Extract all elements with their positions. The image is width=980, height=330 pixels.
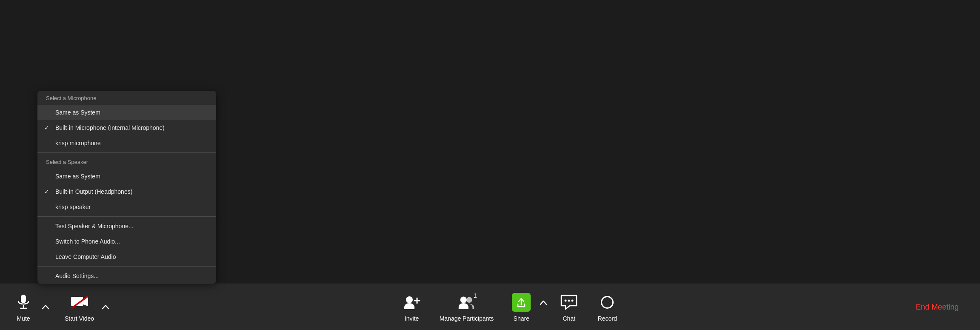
chat-button[interactable]: Chat (550, 289, 588, 325)
end-meeting-button[interactable]: End Meeting (907, 298, 967, 317)
svg-point-5 (406, 296, 413, 303)
microphone-same-as-system[interactable]: Same as System (37, 105, 216, 120)
invite-label: Invite (405, 315, 419, 322)
microphone-krisp[interactable]: krisp microphone (37, 135, 216, 151)
mute-chevron-icon (42, 304, 49, 310)
toolbar-right: End Meeting (907, 298, 980, 317)
leave-computer-audio-label: Leave Computer Audio (55, 253, 116, 260)
switch-to-phone-audio[interactable]: Switch to Phone Audio... (37, 234, 216, 249)
manage-participants-icon-area: 1 (456, 292, 477, 313)
share-chevron-icon (540, 300, 547, 305)
invite-icon-area (402, 292, 422, 313)
speaker-same-as-system[interactable]: Same as System (37, 169, 216, 184)
manage-participants-button[interactable]: 1 Manage Participants (431, 289, 503, 325)
speaker-krisp[interactable]: krisp speaker (37, 199, 216, 215)
start-video-label: Start Video (65, 315, 94, 322)
chat-label: Chat (563, 315, 575, 322)
speaker-krisp-label: krisp speaker (55, 204, 91, 210)
share-icon-bg (512, 293, 531, 312)
svg-point-8 (460, 297, 467, 303)
svg-point-9 (466, 297, 472, 303)
record-label: Record (598, 315, 617, 322)
divider-mic-speaker (37, 152, 216, 153)
divider-actions-settings (37, 266, 216, 267)
share-button[interactable]: Share (502, 289, 540, 325)
toolbar-center: Invite 1 Manage Participants (112, 289, 907, 325)
leave-computer-audio[interactable]: Leave Computer Audio (37, 249, 216, 264)
speaker-same-as-system-label: Same as System (55, 173, 100, 180)
svg-point-12 (568, 300, 570, 302)
svg-point-13 (571, 300, 574, 302)
speaker-builtin-label: Built-in Output (Headphones) (55, 188, 132, 195)
microphone-builtin-label: Built-in Microphone (Internal Microphone… (55, 124, 165, 131)
start-video-button[interactable]: Start Video (56, 289, 103, 325)
participant-count-badge: 1 (474, 292, 477, 299)
microphone-same-as-system-label: Same as System (55, 109, 100, 116)
svg-point-11 (565, 300, 567, 302)
divider-speaker-actions (37, 216, 216, 217)
record-circle-icon (601, 296, 614, 309)
test-speaker-microphone-label: Test Speaker & Microphone... (55, 223, 134, 230)
svg-rect-0 (21, 295, 26, 303)
audio-dropdown-menu: Select a Microphone Same as System ✓ Bui… (37, 91, 216, 284)
start-video-icon-area (69, 292, 90, 313)
invite-icon (403, 294, 421, 311)
toolbar-left: Mute Start Video (0, 289, 112, 325)
microphone-krisp-label: krisp microphone (55, 140, 101, 146)
test-speaker-microphone[interactable]: Test Speaker & Microphone... (37, 218, 216, 234)
switch-to-phone-audio-label: Switch to Phone Audio... (55, 238, 120, 245)
speaker-builtin[interactable]: ✓ Built-in Output (Headphones) (37, 184, 216, 199)
record-icon-area (597, 292, 617, 313)
mute-label: Mute (17, 315, 30, 322)
share-icon-area (511, 292, 531, 313)
microphone-section-header: Select a Microphone (37, 91, 216, 105)
invite-button[interactable]: Invite (393, 289, 431, 325)
microphone-builtin-check: ✓ (44, 124, 49, 131)
manage-participants-label: Manage Participants (440, 315, 494, 322)
mute-button[interactable]: Mute (4, 289, 43, 325)
speaker-builtin-check: ✓ (44, 188, 49, 195)
mute-icon-area (13, 292, 34, 313)
microphone-builtin[interactable]: ✓ Built-in Microphone (Internal Micropho… (37, 120, 216, 135)
share-label: Share (514, 315, 529, 322)
toolbar: Mute Start Video (0, 284, 980, 330)
record-button[interactable]: Record (588, 289, 626, 325)
audio-settings[interactable]: Audio Settings... (37, 268, 216, 284)
video-icon (70, 295, 89, 310)
chat-icon-area (559, 292, 579, 313)
speaker-section-header: Select a Speaker (37, 155, 216, 169)
video-chevron-icon (102, 304, 109, 310)
share-icon (515, 296, 527, 308)
microphone-icon (17, 294, 30, 311)
chat-icon (560, 294, 578, 311)
audio-settings-label: Audio Settings... (55, 273, 99, 279)
